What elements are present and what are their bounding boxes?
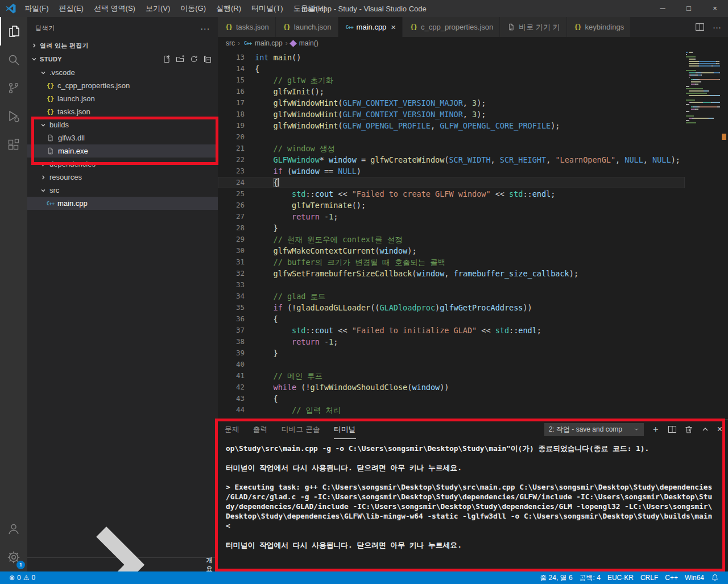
code-line-28[interactable]: 28 } bbox=[218, 222, 685, 234]
tab-launch-json[interactable]: {}launch.json bbox=[276, 17, 338, 37]
close-panel-button[interactable]: × bbox=[717, 425, 722, 434]
open-editors-section[interactable]: 열려 있는 편집기 bbox=[27, 39, 218, 52]
maximize-button[interactable]: □ bbox=[676, 0, 702, 17]
code-line-38[interactable]: 38 return -1; bbox=[218, 336, 685, 347]
extensions-activity-button[interactable] bbox=[0, 131, 27, 159]
menu-run[interactable]: 실행(R) bbox=[211, 0, 246, 17]
encoding[interactable]: EUC-KR bbox=[604, 571, 637, 584]
outline-section[interactable]: 개요 bbox=[27, 557, 218, 571]
code-line-16[interactable]: 16 glfwInit(); bbox=[218, 86, 685, 97]
code-line-36[interactable]: 36 { bbox=[218, 313, 685, 325]
code-line-44[interactable]: 44 // 입력 처리 bbox=[218, 404, 685, 416]
code-line-35[interactable]: 35 if (!gladLoadGLLoader((GLADloadproc)g… bbox=[218, 302, 685, 313]
code-line-21[interactable]: 21 // window 생성 bbox=[218, 143, 685, 154]
code-line-14[interactable]: 14{ bbox=[218, 63, 685, 74]
code-line-18[interactable]: 18 glfwWindowHint(GLFW_CONTEXT_VERSION_M… bbox=[218, 109, 685, 120]
explorer-activity-button[interactable] bbox=[0, 17, 27, 45]
terminal-output[interactable]: op\Study\src\main.cpp -g -o C:\Users\son… bbox=[218, 439, 728, 571]
kill-terminal-button[interactable] bbox=[684, 425, 693, 434]
collapse-all-icon[interactable] bbox=[203, 55, 212, 64]
code-line-34[interactable]: 34 // glad 로드 bbox=[218, 291, 685, 302]
close-button[interactable]: × bbox=[702, 0, 728, 17]
run-debug-activity-button[interactable] bbox=[0, 102, 27, 131]
new-folder-icon[interactable] bbox=[176, 55, 185, 64]
code-line-43[interactable]: 43 { bbox=[218, 393, 685, 404]
code-line-19[interactable]: 19 glfwWindowHint(GLFW_OPENGL_PROFILE, G… bbox=[218, 120, 685, 131]
tree-item-tasks-json[interactable]: {}tasks.json bbox=[27, 105, 218, 118]
split-terminal-button[interactable] bbox=[668, 425, 677, 434]
tree-item-resources[interactable]: resources bbox=[27, 171, 218, 184]
code-line-17[interactable]: 17 glfwWindowHint(GLFW_CONTEXT_VERSION_M… bbox=[218, 97, 685, 109]
code-line-30[interactable]: 30 glfwMakeContextCurrent(window); bbox=[218, 245, 685, 256]
code-line-25[interactable]: 25 std::cout << "Failed to create GLFW w… bbox=[218, 188, 685, 200]
panel-tab-terminal[interactable]: 터미널 bbox=[334, 420, 356, 439]
breadcrumb-src[interactable]: src bbox=[226, 39, 235, 47]
problems-status[interactable]: ⊗ 0 ⚠ 0 bbox=[6, 571, 39, 584]
tab-tasks-json[interactable]: {}tasks.json bbox=[218, 17, 276, 37]
indentation[interactable]: 공백: 4 bbox=[576, 571, 604, 584]
code-line-23[interactable]: 23 if (window == NULL) bbox=[218, 165, 685, 177]
notifications-bell-icon[interactable] bbox=[708, 571, 722, 584]
menu-view[interactable]: 보기(V) bbox=[140, 0, 175, 17]
tree-item-main-exe[interactable]: main.exe bbox=[27, 144, 218, 158]
refresh-icon[interactable] bbox=[189, 55, 198, 64]
settings-button[interactable]: 1 bbox=[0, 543, 27, 571]
menu-terminal[interactable]: 터미널(T) bbox=[246, 0, 288, 17]
minimize-button[interactable]: ─ bbox=[650, 0, 676, 17]
code-line-27[interactable]: 27 return -1; bbox=[218, 211, 685, 222]
code-line-33[interactable]: 33 bbox=[218, 279, 685, 291]
breadcrumb-symbol[interactable]: main() bbox=[299, 39, 318, 47]
minimap[interactable] bbox=[686, 52, 720, 125]
menu-selection[interactable]: 선택 영역(S) bbox=[89, 0, 140, 17]
code-line-26[interactable]: 26 glfwTerminate(); bbox=[218, 200, 685, 211]
code-line-22[interactable]: 22 GLFWwindow* window = glfwCreateWindow… bbox=[218, 154, 685, 165]
code-line-39[interactable]: 39 } bbox=[218, 347, 685, 359]
menu-edit[interactable]: 편집(E) bbox=[54, 0, 89, 17]
tree-item-c-cpp-properties-json[interactable]: {}c_cpp_properties.json bbox=[27, 79, 218, 92]
panel-tab-debug-console[interactable]: 디버그 콘솔 bbox=[282, 420, 320, 439]
code-line-37[interactable]: 37 std::cout << "Failed to initialize GL… bbox=[218, 325, 685, 336]
panel-tab-output[interactable]: 출력 bbox=[253, 420, 268, 439]
menu-go[interactable]: 이동(G) bbox=[175, 0, 211, 17]
code-editor[interactable]: 13int main()14{15 // glfw 초기화16 glfwInit… bbox=[218, 49, 728, 419]
tab-c-cpp-properties-json[interactable]: {}c_cpp_properties.json bbox=[403, 17, 500, 37]
maximize-panel-button[interactable] bbox=[701, 425, 710, 434]
tree-item-dependencies[interactable]: dependencies bbox=[27, 158, 218, 171]
code-line-29[interactable]: 29 // 현재 윈도우에 context를 설정 bbox=[218, 234, 685, 245]
close-tab-icon[interactable]: × bbox=[391, 22, 396, 32]
menu-file[interactable]: 파일(F) bbox=[19, 0, 54, 17]
language-mode[interactable]: C++ bbox=[661, 571, 681, 584]
cursor-position[interactable]: 줄 24, 열 6 bbox=[536, 571, 576, 584]
sidebar-more-actions-icon[interactable]: ··· bbox=[200, 23, 210, 33]
code-line-40[interactable]: 40 bbox=[218, 359, 685, 370]
tree-item-src[interactable]: src bbox=[27, 184, 218, 197]
new-file-icon[interactable] bbox=[162, 55, 171, 64]
split-editor-icon[interactable] bbox=[695, 22, 705, 32]
code-line-41[interactable]: 41 // 메인 루프 bbox=[218, 370, 685, 382]
panel-tab-problems[interactable]: 문제 bbox=[225, 420, 239, 439]
tree-item-launch-json[interactable]: {}launch.json bbox=[27, 92, 218, 105]
code-line-24[interactable]: 24 { bbox=[218, 177, 685, 188]
tree-item-builds[interactable]: builds bbox=[27, 118, 218, 131]
tree-item-main-cpp[interactable]: C++main.cpp bbox=[27, 197, 218, 210]
platform[interactable]: Win64 bbox=[681, 571, 708, 584]
search-activity-button[interactable] bbox=[0, 45, 27, 74]
terminal-picker-dropdown[interactable]: 2: 작업 - save and comp bbox=[544, 423, 644, 436]
project-root-section[interactable]: STUDY bbox=[27, 52, 218, 66]
tab-main-cpp[interactable]: C++main.cpp× bbox=[338, 17, 403, 37]
code-line-42[interactable]: 42 while (!glfwWindowShouldClose(window)… bbox=[218, 382, 685, 393]
eol-sequence[interactable]: CRLF bbox=[637, 571, 661, 584]
code-line-15[interactable]: 15 // glfw 초기화 bbox=[218, 74, 685, 86]
tab-keybindings[interactable]: {}keybindings bbox=[567, 17, 631, 37]
tree-item-vscode[interactable]: .vscode bbox=[27, 66, 218, 79]
source-control-activity-button[interactable] bbox=[0, 74, 27, 102]
code-line-31[interactable]: 31 // buffer의 크기가 변경될 때 호출되는 콜백 bbox=[218, 256, 685, 268]
code-line-20[interactable]: 20 bbox=[218, 131, 685, 143]
new-terminal-button[interactable]: ＋ bbox=[651, 425, 660, 434]
tab-item[interactable]: 바로 가기 키 bbox=[500, 17, 566, 37]
breadcrumb-file[interactable]: main.cpp bbox=[255, 39, 283, 47]
code-line-32[interactable]: 32 glfwSetFramebufferSizeCallback(window… bbox=[218, 268, 685, 279]
account-button[interactable] bbox=[0, 515, 27, 543]
more-actions-icon[interactable]: ··· bbox=[713, 22, 721, 32]
tree-item-glfw3-dll[interactable]: glfw3.dll bbox=[27, 131, 218, 144]
